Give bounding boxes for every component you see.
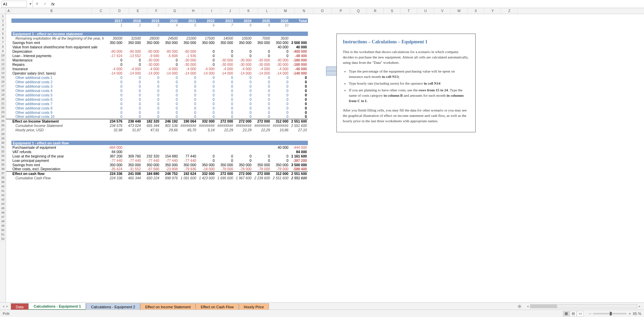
row-header[interactable]: 49	[0, 224, 6, 228]
cell[interactable]	[216, 132, 234, 136]
cell[interactable]	[105, 32, 123, 36]
cell[interactable]: 32,98	[105, 128, 123, 132]
cell[interactable]: 0	[197, 101, 216, 106]
cell[interactable]: 0	[160, 93, 179, 97]
cell[interactable]: 0	[216, 158, 234, 163]
cell[interactable]	[197, 224, 216, 228]
cell[interactable]: 350 000	[179, 40, 197, 45]
cell[interactable]: -180 000	[289, 62, 308, 66]
row-label[interactable]: Insurance	[11, 66, 105, 71]
section-header[interactable]: Equipment 1 - effect on income statement	[11, 32, 105, 36]
row-header[interactable]: 36	[0, 167, 6, 171]
col-header[interactable]: R	[367, 8, 384, 14]
cell[interactable]	[142, 45, 160, 49]
cell[interactable]	[216, 215, 234, 219]
year-header[interactable]: 2021	[179, 18, 197, 23]
cell[interactable]: 0	[234, 154, 253, 158]
col-header[interactable]: K	[239, 8, 258, 14]
cell[interactable]: 0	[123, 93, 142, 97]
row-header[interactable]: 9	[0, 49, 6, 53]
cell[interactable]	[142, 27, 160, 32]
cell[interactable]: 0	[289, 110, 308, 115]
cell[interactable]	[271, 202, 289, 206]
cell[interactable]: 0	[216, 80, 234, 84]
cell[interactable]: -30 000	[179, 62, 197, 66]
cell[interactable]: 350 000	[253, 40, 271, 45]
cell[interactable]	[105, 136, 123, 141]
cell[interactable]	[6, 66, 11, 71]
cell[interactable]	[253, 206, 271, 211]
cell[interactable]	[11, 189, 105, 193]
cell[interactable]	[289, 36, 308, 40]
cell[interactable]	[289, 193, 308, 197]
sheet-tab[interactable]: Data	[11, 303, 29, 310]
cell[interactable]	[105, 224, 123, 228]
cell[interactable]	[6, 58, 11, 62]
cell[interactable]: 0	[253, 88, 271, 93]
cell[interactable]: 9	[253, 23, 271, 27]
cell[interactable]: 0	[105, 110, 123, 115]
cell[interactable]: 234 576	[105, 119, 123, 123]
cell[interactable]	[308, 193, 326, 197]
row-label[interactable]: Purchase/sale of equipment	[11, 145, 105, 149]
cell[interactable]	[253, 45, 271, 49]
cell[interactable]: 0	[160, 115, 179, 119]
cell[interactable]: 650 224	[142, 176, 160, 180]
cell[interactable]: 0	[123, 101, 142, 106]
cell[interactable]	[197, 184, 216, 189]
cell[interactable]	[197, 193, 216, 197]
cell[interactable]	[197, 132, 216, 136]
row-header[interactable]: 48	[0, 219, 6, 224]
cell[interactable]: -14 000	[253, 71, 271, 75]
cell[interactable]: 0	[253, 49, 271, 53]
cell[interactable]	[160, 180, 179, 184]
row-header[interactable]: 51	[0, 232, 6, 237]
cell[interactable]	[179, 184, 197, 189]
cell[interactable]	[234, 224, 253, 228]
cell[interactable]	[253, 232, 271, 237]
cell[interactable]	[105, 211, 123, 215]
col-header[interactable]: B	[11, 8, 92, 14]
cell[interactable]: 0	[142, 97, 160, 101]
cell[interactable]: 0	[234, 158, 253, 163]
col-header[interactable]: X	[468, 8, 484, 14]
cell[interactable]: 4	[160, 23, 179, 27]
view-break-icon[interactable]: ▭	[577, 311, 584, 316]
cell[interactable]	[105, 193, 123, 197]
cell[interactable]	[216, 184, 234, 189]
cell[interactable]: 312 000	[271, 119, 289, 123]
cell[interactable]	[105, 215, 123, 219]
cell[interactable]: 272 000	[234, 171, 253, 176]
cell[interactable]	[6, 88, 11, 93]
cell[interactable]: -30 000	[253, 58, 271, 62]
cell[interactable]	[105, 219, 123, 224]
cell[interactable]: 0	[123, 106, 142, 110]
row-header[interactable]: 31	[0, 145, 6, 149]
cell[interactable]	[6, 53, 11, 58]
cell[interactable]	[271, 149, 289, 154]
cell[interactable]: 7000	[253, 36, 271, 40]
row-label[interactable]: Remaining exploitation life at the begin…	[11, 36, 105, 40]
cell[interactable]	[179, 211, 197, 215]
cell[interactable]: 224 336	[105, 176, 123, 180]
cell[interactable]	[216, 193, 234, 197]
cell[interactable]	[105, 132, 123, 136]
cell[interactable]	[179, 180, 197, 184]
cell[interactable]: Cumulative Cash Flow	[11, 176, 105, 180]
cell[interactable]: 0	[271, 101, 289, 106]
cell[interactable]	[6, 97, 11, 101]
cell[interactable]: 0	[216, 101, 234, 106]
cell[interactable]	[253, 136, 271, 141]
cell[interactable]	[179, 136, 197, 141]
cell[interactable]	[179, 189, 197, 193]
cell[interactable]	[271, 141, 289, 145]
cell[interactable]	[216, 237, 234, 241]
cell[interactable]: 2 239 600	[253, 176, 271, 180]
cell[interactable]	[271, 206, 289, 211]
cell[interactable]: 0	[216, 115, 234, 119]
cell[interactable]	[105, 27, 123, 32]
cell[interactable]	[142, 202, 160, 206]
cell[interactable]	[160, 14, 179, 18]
cell[interactable]: 0	[142, 115, 160, 119]
cell[interactable]	[253, 149, 271, 154]
